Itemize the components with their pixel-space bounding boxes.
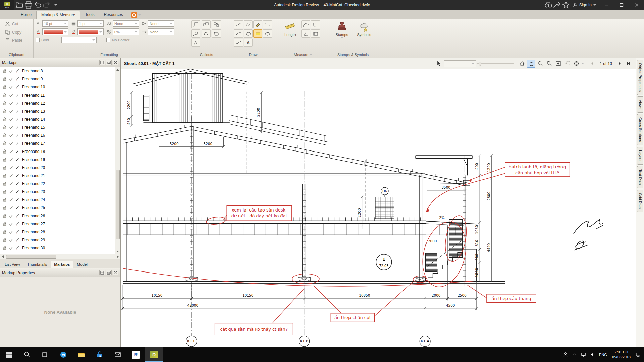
markup-list-item[interactable]: Freehand 15 <box>0 123 115 131</box>
markup-list-item[interactable]: Freehand 10 <box>0 83 115 91</box>
rectangle-callout-button[interactable] <box>191 20 200 28</box>
select-tool-button[interactable] <box>435 60 443 68</box>
scroll-right-button[interactable] <box>115 254 120 259</box>
markup-list-item[interactable]: Freehand 16 <box>0 131 115 139</box>
cloud-rect-callout-button[interactable] <box>212 29 221 38</box>
font-size-combo[interactable]: 10 pt <box>42 20 68 27</box>
copy-button[interactable]: Copy <box>5 29 22 35</box>
previous-sheet-button[interactable] <box>588 60 597 68</box>
dock-panel-button[interactable] <box>99 60 105 65</box>
taskbar-store-button[interactable] <box>91 347 109 362</box>
double-callout-button[interactable] <box>212 20 221 28</box>
red-markup-annotations[interactable] <box>123 167 505 323</box>
cloud-callout-button[interactable] <box>202 29 211 38</box>
right-tab-grid-data[interactable]: Grid Data <box>637 190 643 212</box>
font-color-combo[interactable] <box>42 28 68 35</box>
right-tab-layers[interactable]: Layers <box>637 147 643 165</box>
ribbon-tab-home[interactable]: Home <box>16 11 36 19</box>
draw-freehand-button[interactable] <box>253 20 262 28</box>
draw-scribble-button[interactable] <box>234 39 243 47</box>
task-view-button[interactable] <box>36 347 54 362</box>
line-callout-button[interactable] <box>202 20 211 28</box>
panel-tab-markups[interactable]: Markups <box>51 261 73 268</box>
zoom-window-button[interactable] <box>545 60 553 68</box>
draw-rectangle-button[interactable] <box>263 20 272 28</box>
stamps-button[interactable]: Stamps <box>332 20 352 51</box>
panel-tab-list-view[interactable]: List View <box>1 261 23 268</box>
draw-polyline-button[interactable] <box>244 20 253 28</box>
pan-tool-button[interactable] <box>527 60 535 68</box>
scroll-left-button[interactable] <box>0 254 5 259</box>
slider-thumb[interactable] <box>479 62 481 66</box>
minimize-button[interactable] <box>599 0 614 10</box>
steering-wheel-button[interactable] <box>572 60 581 68</box>
qat-customize-button[interactable] <box>51 1 60 9</box>
dash-style-combo[interactable] <box>61 37 97 43</box>
zoom-tool-button[interactable] <box>536 60 544 68</box>
zoom-fit-button[interactable] <box>554 60 562 68</box>
action-center-button[interactable] <box>634 347 643 362</box>
zoom-slider[interactable] <box>477 60 514 67</box>
markup-list-item[interactable]: Freehand 17 <box>0 139 115 147</box>
draw-cloud-button[interactable] <box>263 29 272 38</box>
right-tab-views[interactable]: Views <box>637 96 643 113</box>
restore-button[interactable] <box>614 0 629 10</box>
share-button[interactable] <box>553 1 561 9</box>
right-tab-object-properties[interactable]: Object Properties <box>637 60 643 95</box>
ribbon-tab-tools[interactable]: Tools <box>80 11 99 19</box>
handwritten-signature[interactable] <box>574 220 603 250</box>
favorites-button[interactable] <box>561 1 570 9</box>
measure-angle-button[interactable] <box>301 29 310 38</box>
markup-list-item[interactable]: Freehand 26 <box>0 212 115 220</box>
tray-language-button[interactable]: ENG <box>597 347 609 362</box>
markup-list-item[interactable]: Freehand 28 <box>0 228 115 236</box>
bold-checkbox[interactable]: Bold <box>36 38 49 42</box>
tray-network-button[interactable] <box>579 347 588 362</box>
taskbar-revit-button[interactable]: R <box>127 347 145 362</box>
markup-list-item[interactable]: Freehand 9 <box>0 75 115 83</box>
taskbar-edge-button[interactable] <box>54 347 72 362</box>
print-button[interactable] <box>24 1 33 9</box>
length-tool-button[interactable]: Length <box>280 20 300 51</box>
previous-view-button[interactable] <box>563 60 572 68</box>
scroll-up-button[interactable] <box>115 67 120 72</box>
app-menu-button[interactable]: D REV <box>0 0 14 10</box>
next-sheet-button[interactable] <box>615 60 624 68</box>
draw-ellipse-button[interactable] <box>244 29 253 38</box>
sign-in-button[interactable]: Sign In <box>570 3 599 7</box>
circle-callout-button[interactable] <box>191 29 200 38</box>
open-button[interactable] <box>15 1 24 9</box>
panel-tab-thumbnails[interactable]: Thumbnails <box>24 261 50 268</box>
markup-list-item[interactable]: Freehand 18 <box>0 147 115 156</box>
opacity-combo[interactable]: 0% <box>113 28 139 35</box>
markup-list-item[interactable]: Freehand 24 <box>0 196 115 204</box>
scroll-down-button[interactable] <box>115 249 120 254</box>
measure-options-button[interactable] <box>311 29 320 38</box>
tray-people-button[interactable] <box>561 347 570 362</box>
taskbar-mail-button[interactable] <box>109 347 127 362</box>
markup-list-item[interactable]: Freehand 22 <box>0 180 115 188</box>
scrollbar-thumb[interactable] <box>116 170 120 239</box>
dock-panel-button[interactable] <box>99 270 105 275</box>
draw-text-button[interactable]: A <box>244 39 253 47</box>
markup-list-item[interactable]: Freehand 8 <box>0 67 115 75</box>
markup-list-item[interactable]: Freehand 23 <box>0 188 115 196</box>
horizontal-scrollbar[interactable] <box>0 254 120 259</box>
tray-show-hidden-button[interactable] <box>570 347 579 362</box>
text-strike-button[interactable] <box>191 39 200 47</box>
cut-button[interactable]: Cut <box>5 21 22 27</box>
arrow-end-combo[interactable]: None <box>148 28 174 35</box>
close-button[interactable] <box>629 0 644 10</box>
undo-button[interactable] <box>33 1 42 9</box>
markup-list-item[interactable]: Freehand 25 <box>0 204 115 212</box>
markup-list-item[interactable]: Freehand 19 <box>0 156 115 164</box>
tray-clock[interactable]: 2:01 CH 05/03/2018 <box>609 350 634 360</box>
markup-leader[interactable] <box>272 288 304 323</box>
markup-list-item[interactable]: Freehand 14 <box>0 115 115 123</box>
tray-volume-button[interactable] <box>588 347 597 362</box>
markup-list-item[interactable]: Freehand 21 <box>0 172 115 180</box>
ribbon-tab-resources[interactable]: Resources <box>99 11 127 19</box>
scrollbar-thumb[interactable] <box>6 255 56 259</box>
markup-list-item[interactable]: Freehand 30 <box>0 244 115 252</box>
taskbar-explorer-button[interactable] <box>72 347 91 362</box>
